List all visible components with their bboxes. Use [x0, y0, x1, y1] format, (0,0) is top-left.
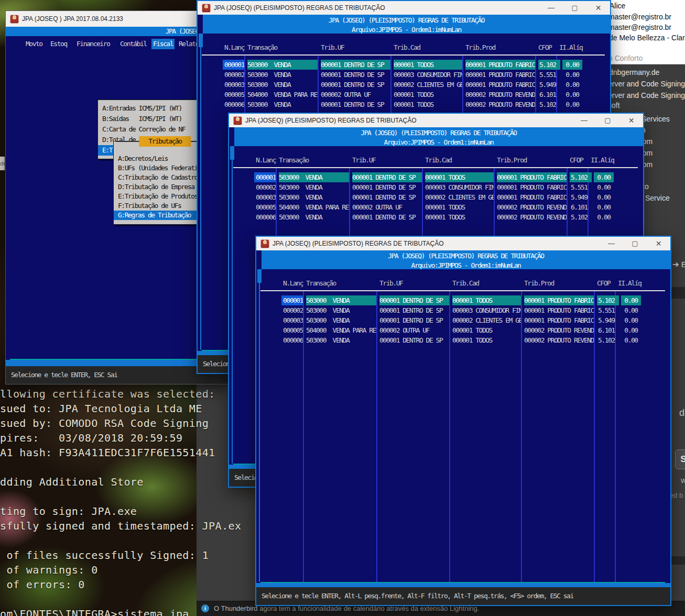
minimize-button[interactable]: — — [572, 114, 596, 127]
table-cell[interactable]: 000001 — [223, 60, 244, 70]
tax-rules-table[interactable]: N.LançTransaçãoTrib.UFTrib.CadTrib.ProdC… — [256, 269, 670, 582]
table-cell[interactable]: 000003 CONSUMIDOR FINA — [452, 305, 521, 315]
table-cell[interactable]: 0.00 — [621, 315, 641, 325]
email-list-item[interactable]: erver and Code Signing Ce — [608, 91, 685, 100]
table-cell[interactable]: 503000 VENDA — [279, 182, 349, 192]
table-cell[interactable]: 000002 CLIENTES EM GER — [452, 315, 521, 325]
table-cell[interactable]: 000001 TODOS — [394, 60, 462, 70]
table-cell[interactable]: 000002 OUTRA UF — [352, 202, 422, 212]
table-cell[interactable]: 503000 VENDA — [306, 305, 376, 315]
email-list-item[interactable]: de Melo Bellezza - Claro SP — [609, 34, 685, 42]
table-cell[interactable]: 000001 TODOS — [452, 325, 521, 335]
table-cell[interactable]: 0.00 — [621, 335, 641, 345]
table-cell[interactable]: 503000 VENDA — [247, 80, 318, 90]
button-fragment[interactable]: S — [675, 449, 685, 469]
table-cell[interactable]: 000001 TODOS — [425, 172, 494, 182]
table-cell[interactable]: 000002 PRODUTO REVENDI — [524, 335, 594, 345]
table-cell[interactable]: 5.102 — [597, 295, 619, 305]
table-cell[interactable]: 5.949 — [597, 315, 619, 325]
table-cell[interactable]: 000001 PRODUTO FABRICA — [497, 192, 567, 202]
menubar-item-contábil[interactable]: Contábil — [118, 39, 148, 49]
minimize-button[interactable]: — — [539, 1, 563, 15]
menu-item[interactable]: B:Saídas ICMS/IPI (WT) — [98, 114, 202, 124]
table-cell[interactable]: 503000 VENDA — [279, 172, 349, 182]
titlebar[interactable]: JPA (JOSEQ) (PLEISIMPOSTO) REGRAS DE TRI… — [198, 1, 610, 15]
table-cell[interactable]: 503000 VENDA — [247, 70, 318, 80]
table-cell[interactable]: 0.00 — [594, 172, 614, 182]
minimize-button[interactable]: — — [600, 237, 623, 250]
table-cell[interactable]: 504000 VENDA PARA REV — [247, 90, 318, 100]
table-cell[interactable]: 0.00 — [594, 192, 614, 202]
table-cell[interactable]: 5.949 — [538, 80, 560, 90]
table-cell[interactable]: 000002 — [281, 305, 303, 315]
table-cell[interactable]: 000002 CLIENTES EM GER — [425, 192, 494, 202]
table-cell[interactable]: 000001 TODOS — [394, 90, 462, 100]
titlebar[interactable]: JPA (JOSEQ) (PLEISIMPOSTO) REGRAS DE TRI… — [229, 114, 643, 127]
table-cell[interactable]: 000001 DENTRO DE SP — [352, 212, 422, 222]
table-cell[interactable]: 5.102 — [597, 335, 619, 345]
menubar-item-fiscal[interactable]: Fiscal — [151, 39, 175, 49]
close-button[interactable]: ✕ — [619, 114, 643, 127]
table-cell[interactable]: 000002 CLIENTES EM GER — [394, 80, 462, 90]
table-cell[interactable]: 000002 — [223, 70, 244, 80]
table-cell[interactable]: 0.00 — [594, 212, 614, 222]
table-cell[interactable]: 0.00 — [562, 70, 582, 80]
table-cell[interactable]: 000001 PRODUTO FABRICA — [497, 172, 567, 182]
table-cell[interactable]: 503000 VENDA — [306, 295, 376, 305]
table-cell[interactable]: 5.102 — [570, 172, 592, 182]
table-cell[interactable]: 000001 TODOS — [425, 212, 494, 222]
table-cell[interactable]: 000001 DENTRO DE SP — [379, 305, 449, 315]
regras-window-front[interactable]: JPA (JOSEQ) (PLEISIMPOSTO) REGRAS DE TRI… — [255, 236, 671, 606]
email-list-item[interactable]: master@registro.br — [608, 23, 671, 31]
close-button[interactable]: ✕ — [586, 1, 610, 15]
table-cell[interactable]: 0.00 — [594, 182, 614, 192]
table-cell[interactable]: 504000 VENDA PARA REV — [306, 325, 376, 335]
menu-item[interactable]: A:Entradas ICMS/IPI (WT) — [98, 103, 202, 114]
table-cell[interactable]: 000001 TODOS — [452, 295, 521, 305]
table-cell[interactable]: 000001 DENTRO DE SP — [379, 315, 449, 325]
table-cell[interactable]: 503000 VENDA — [247, 100, 318, 109]
table-cell[interactable]: 000002 — [254, 182, 276, 192]
table-cell[interactable]: 0.00 — [621, 325, 641, 335]
table-cell[interactable]: 0.00 — [562, 80, 582, 90]
table-cell[interactable]: 5.102 — [538, 100, 560, 109]
table-cell[interactable]: 0.00 — [621, 295, 641, 305]
table-cell[interactable]: 0.00 — [562, 60, 582, 70]
table-cell[interactable]: 000001 DENTRO DE SP — [321, 80, 390, 90]
table-cell[interactable]: 503000 VENDA — [306, 315, 376, 325]
table-cell[interactable]: 5.102 — [538, 60, 560, 70]
table-cell[interactable]: 000001 DENTRO DE SP — [352, 192, 422, 202]
table-cell[interactable]: 000003 CONSUMIDOR FINA — [394, 70, 462, 80]
table-cell[interactable]: 000002 OUTRA UF — [379, 325, 449, 335]
table-cell[interactable]: 0.00 — [594, 202, 614, 212]
table-cell[interactable]: 000001 DENTRO DE SP — [352, 172, 422, 182]
table-cell[interactable]: 0.00 — [621, 305, 641, 315]
menu-bar[interactable]: MovtoEstoqFinanceiroContábilFiscalRelató — [6, 36, 228, 51]
table-cell[interactable]: 000001 PRODUTO FABRICA — [465, 60, 535, 70]
table-cell[interactable]: 000001 PRODUTO FABRICA — [524, 295, 594, 305]
table-cell[interactable]: 000001 DENTRO DE SP — [321, 100, 390, 109]
email-list-item[interactable]: Service — [645, 194, 670, 202]
email-list-item[interactable]: dnbgermany.de — [609, 68, 659, 76]
titlebar[interactable]: JPA (JOSEQ) (PLEISIMPOSTO) REGRAS DE TRI… — [256, 237, 670, 250]
table-cell[interactable]: 000001 DENTRO DE SP — [379, 335, 449, 345]
table-cell[interactable]: 000001 PRODUTO FABRICA — [465, 80, 535, 90]
table-cell[interactable]: 000001 PRODUTO FABRICA — [524, 305, 594, 315]
table-cell[interactable]: 6.101 — [597, 325, 619, 335]
menubar-item-financeiro[interactable]: Financeiro — [75, 39, 111, 49]
table-cell[interactable]: 000003 — [254, 192, 276, 202]
table-cell[interactable]: 000001 PRODUTO FABRICA — [465, 70, 535, 80]
table-cell[interactable]: 000005 — [223, 90, 244, 100]
table-cell[interactable]: 503000 VENDA — [306, 335, 376, 345]
menubar-item-estoq[interactable]: Estoq — [49, 39, 69, 49]
table-cell[interactable]: 503000 VENDA — [279, 212, 349, 222]
table-cell[interactable]: 000002 OUTRA UF — [321, 90, 390, 100]
table-cell[interactable]: 0.00 — [562, 100, 582, 109]
email-list-item[interactable]: master@registro.br — [608, 13, 671, 21]
table-cell[interactable]: 000003 — [223, 80, 244, 90]
table-cell[interactable]: 000001 — [281, 295, 303, 305]
menubar-item-movto[interactable]: Movto — [24, 39, 44, 49]
forward-button-fragment[interactable]: ➔ E — [672, 260, 685, 269]
table-cell[interactable]: 503000 VENDA — [279, 192, 349, 202]
table-cell[interactable]: 000002 PRODUTO REVENDI — [497, 212, 567, 222]
